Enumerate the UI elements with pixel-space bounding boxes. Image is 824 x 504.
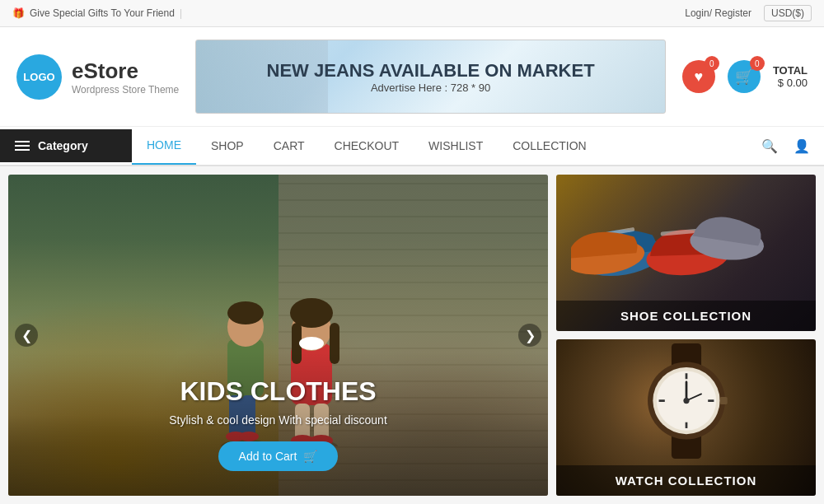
header-right: ♥ 0 🛒 0 TOTAL $ 0.00 bbox=[682, 60, 808, 93]
gift-icon: 🎁 bbox=[12, 7, 25, 19]
divider: | bbox=[180, 7, 182, 19]
category-label: Category bbox=[38, 139, 88, 152]
right-panels: SHOE COLLECTION bbox=[556, 175, 816, 496]
total-area: TOTAL $ 0.00 bbox=[773, 64, 808, 89]
shoe-collection-label: SHOE COLLECTION bbox=[556, 301, 816, 331]
watch-collection-label: WATCH COLLECTION bbox=[556, 465, 816, 496]
hero-slider: KIDS CLOTHES Stylish & cool design With … bbox=[8, 175, 548, 496]
nav-cart[interactable]: CART bbox=[259, 128, 320, 164]
svg-point-36 bbox=[683, 398, 689, 404]
logo-text: LOGO bbox=[23, 71, 54, 83]
banner-text: NEW JEANS AVAILABLE ON MARKET Advertise … bbox=[267, 60, 595, 94]
nav-home[interactable]: HOME bbox=[132, 127, 196, 165]
currency-selector[interactable]: USD($) bbox=[764, 5, 812, 21]
wishlist-count: 0 bbox=[705, 56, 719, 71]
shoe-collection-panel[interactable]: SHOE COLLECTION bbox=[556, 175, 816, 331]
slider-title: KIDS CLOTHES bbox=[33, 376, 523, 407]
nav-collection[interactable]: COLLECTION bbox=[498, 128, 601, 164]
search-icon-btn[interactable]: 🔍 bbox=[756, 132, 784, 160]
nav-checkout[interactable]: CHECKOUT bbox=[320, 128, 414, 164]
add-to-cart-label: Add to Cart bbox=[239, 450, 297, 463]
cart-badge-area: 🛒 0 bbox=[728, 60, 761, 93]
nav-shop[interactable]: SHOP bbox=[196, 128, 259, 164]
cart-btn-icon: 🛒 bbox=[303, 450, 317, 463]
nav-wishlist[interactable]: WISHLIST bbox=[414, 128, 498, 164]
shoes-svg bbox=[571, 187, 802, 294]
hamburger-icon bbox=[15, 141, 30, 151]
logo-circle[interactable]: LOGO bbox=[16, 54, 62, 100]
add-to-cart-button[interactable]: Add to Cart 🛒 bbox=[218, 441, 339, 471]
wishlist-badge-area: ♥ 0 bbox=[682, 60, 715, 93]
banner: NEW JEANS AVAILABLE ON MARKET Advertise … bbox=[195, 40, 666, 114]
nav-icons: 🔍 👤 bbox=[756, 132, 824, 160]
total-label: TOTAL bbox=[773, 64, 808, 77]
slider-next-arrow[interactable]: ❯ bbox=[518, 324, 541, 347]
slider-subtitle: Stylish & cool design With special disco… bbox=[33, 413, 523, 427]
top-bar-right: Login/ Register USD($) bbox=[685, 5, 812, 21]
login-link[interactable]: Login/ Register bbox=[685, 7, 751, 19]
top-bar: 🎁 Give Special Gifts To Your Friend | Lo… bbox=[0, 0, 824, 27]
top-bar-left: 🎁 Give Special Gifts To Your Friend | bbox=[12, 7, 182, 19]
store-tagline: Wordpress Store Theme bbox=[72, 84, 179, 96]
gift-text: Give Special Gifts To Your Friend bbox=[30, 7, 175, 19]
store-name: eStore bbox=[72, 58, 179, 84]
user-icon-btn[interactable]: 👤 bbox=[788, 132, 816, 160]
watch-svg bbox=[604, 343, 769, 459]
banner-subtitle: Advertise Here : 728 * 90 bbox=[267, 82, 595, 94]
header: LOGO eStore Wordpress Store Theme NEW JE… bbox=[0, 27, 824, 127]
svg-point-14 bbox=[299, 337, 324, 350]
svg-rect-37 bbox=[719, 397, 727, 404]
slider-prev-arrow[interactable]: ❮ bbox=[15, 324, 38, 347]
logo-area: LOGO eStore Wordpress Store Theme bbox=[16, 54, 179, 100]
slider-overlay: KIDS CLOTHES Stylish & cool design With … bbox=[8, 352, 548, 496]
total-amount: $ 0.00 bbox=[773, 77, 808, 89]
main-content: KIDS CLOTHES Stylish & cool design With … bbox=[0, 166, 824, 504]
nav-links: HOME SHOP CART CHECKOUT WISHLIST COLLECT… bbox=[132, 127, 756, 165]
store-info: eStore Wordpress Store Theme bbox=[72, 58, 179, 96]
category-menu[interactable]: Category bbox=[0, 129, 132, 162]
cart-count: 0 bbox=[750, 56, 765, 71]
nav-bar: Category HOME SHOP CART CHECKOUT WISHLIS… bbox=[0, 127, 824, 166]
banner-title: NEW JEANS AVAILABLE ON MARKET bbox=[267, 60, 595, 82]
svg-point-3 bbox=[227, 301, 264, 324]
watch-collection-panel[interactable]: WATCH COLLECTION bbox=[556, 339, 816, 496]
